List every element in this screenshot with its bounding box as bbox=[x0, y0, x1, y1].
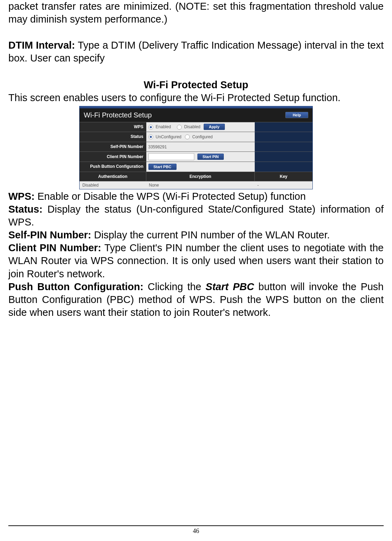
desc-clientpin-label: Client PIN Number: bbox=[8, 242, 101, 253]
wps-disabled-radio[interactable] bbox=[177, 125, 182, 130]
wps-disabled-text: Disabled bbox=[184, 124, 201, 129]
clientpin-input[interactable] bbox=[148, 153, 194, 160]
router-title: Wi-Fi Protected Setup bbox=[84, 111, 152, 119]
desc-status: Status: Display the status (Un-configure… bbox=[8, 203, 384, 229]
router-screenshot: Wi-Fi Protected Setup Help WPS Enabled D… bbox=[79, 106, 313, 189]
paragraph-dtim: DTIM Interval: Type a DTIM (Delivery Tra… bbox=[8, 39, 384, 65]
desc-wps-text: Enable or Disable the WPS (Wi-Fi Protect… bbox=[35, 191, 306, 202]
section-intro: This screen enables users to configure t… bbox=[8, 91, 384, 104]
wps-enabled-radio[interactable] bbox=[148, 125, 153, 130]
desc-pbc-startpbc: Start PBC bbox=[206, 281, 254, 292]
row-selfpin: Self-PIN Number 33598291 bbox=[80, 142, 312, 152]
status-label: Status bbox=[80, 132, 146, 142]
desc-status-text: Display the status (Un-configured State/… bbox=[8, 204, 384, 228]
footer-rule bbox=[8, 525, 384, 526]
desc-wps: WPS: Enable or Disable the WPS (Wi-Fi Pr… bbox=[8, 190, 384, 203]
auth-head-encryption: Encryption bbox=[146, 172, 255, 181]
auth-data-key: - bbox=[255, 181, 313, 189]
auth-head-authentication: Authentication bbox=[80, 172, 146, 181]
desc-pbc-text1: Clicking the bbox=[144, 281, 206, 292]
help-button[interactable]: Help bbox=[285, 112, 308, 118]
desc-pbc: Push Button Configuration: Clicking the … bbox=[8, 280, 384, 319]
auth-data-row: Disabled None - bbox=[80, 181, 312, 189]
row-status: Status UnConfigured Configured bbox=[80, 132, 312, 142]
selfpin-label: Self-PIN Number bbox=[80, 142, 146, 152]
dtim-label: DTIM Interval: bbox=[8, 40, 75, 51]
status-unconfigured-text: UnConfigured bbox=[156, 134, 181, 139]
row-wps: WPS Enabled Disabled Apply bbox=[80, 122, 312, 132]
auth-data-encryption: None bbox=[146, 181, 255, 189]
status-configured-text: Configured bbox=[192, 134, 213, 139]
router-form-table: WPS Enabled Disabled Apply Status UnConf… bbox=[80, 122, 312, 189]
page-footer: 46 bbox=[8, 525, 384, 535]
paragraph-fragment-threshold: packet transfer rates are minimized. (NO… bbox=[8, 0, 384, 26]
row-clientpin: Client PIN Number Start PIN bbox=[80, 152, 312, 162]
desc-selfpin: Self-PIN Number: Display the current PIN… bbox=[8, 229, 384, 241]
desc-selfpin-label: Self-PIN Number: bbox=[8, 229, 91, 240]
desc-pbc-label: Push Button Configuration: bbox=[8, 281, 144, 292]
status-configured-radio[interactable] bbox=[185, 134, 190, 139]
clientpin-label: Client PIN Number bbox=[80, 152, 146, 162]
start-pbc-button[interactable]: Start PBC bbox=[148, 164, 177, 170]
auth-head-key: Key bbox=[255, 172, 313, 181]
pbc-label: Push Button Configuration bbox=[80, 162, 146, 172]
auth-header-row: Authentication Encryption Key bbox=[80, 172, 312, 181]
router-header: Wi-Fi Protected Setup Help bbox=[80, 108, 312, 122]
section-heading-wps: Wi-Fi Protected Setup bbox=[8, 78, 384, 91]
desc-selfpin-text: Display the current PIN number of the WL… bbox=[91, 229, 330, 240]
desc-status-label: Status: bbox=[8, 204, 42, 215]
page-number: 46 bbox=[8, 527, 384, 535]
wps-label: WPS bbox=[80, 122, 146, 132]
start-pin-button[interactable]: Start PIN bbox=[197, 154, 224, 160]
desc-clientpin: Client PIN Number: Type Client's PIN num… bbox=[8, 241, 384, 280]
desc-wps-label: WPS: bbox=[8, 191, 35, 202]
auth-data-authentication: Disabled bbox=[80, 181, 146, 189]
selfpin-value: 33598291 bbox=[146, 142, 255, 152]
apply-button[interactable]: Apply bbox=[204, 124, 225, 130]
status-unconfigured-radio[interactable] bbox=[148, 134, 153, 139]
wps-enabled-text: Enabled bbox=[156, 124, 171, 129]
row-pbc: Push Button Configuration Start PBC bbox=[80, 162, 312, 172]
